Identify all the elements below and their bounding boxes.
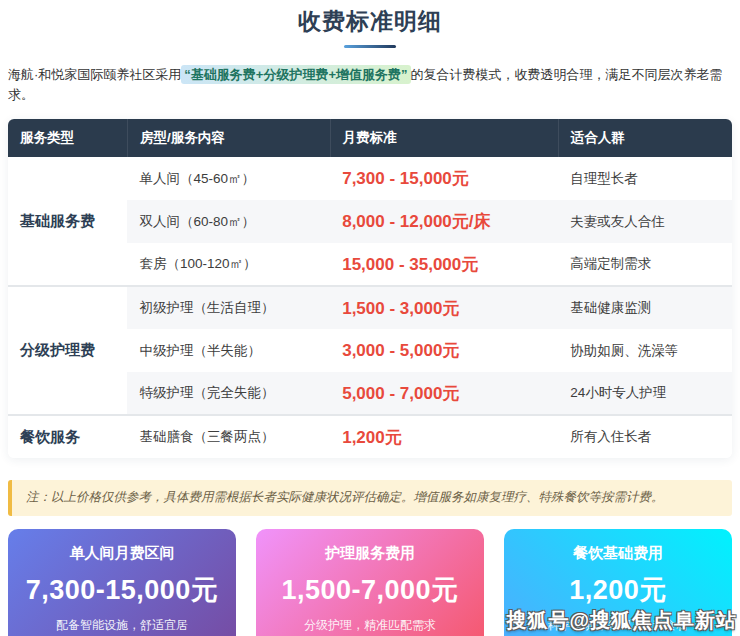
intro-text-prefix: 海航·和悦家国际颐养社区采用 <box>8 67 181 82</box>
audience-cell: 夫妻或友人合住 <box>558 200 732 243</box>
card-value: 1,200元 <box>512 572 724 608</box>
column-header: 服务类型 <box>8 119 127 157</box>
audience-cell: 高端定制需求 <box>558 243 732 286</box>
summary-card: 单人间月费区间7,300-15,000元配备智能设施，舒适宜居 <box>8 529 236 636</box>
audience-cell: 基础健康监测 <box>558 286 732 329</box>
service-type-cell: 餐饮服务 <box>8 415 127 458</box>
column-header: 月费标准 <box>330 119 558 157</box>
service-type-cell: 基础服务费 <box>8 157 127 286</box>
monthly-fee-cell: 3,000 - 5,000元 <box>330 329 558 372</box>
card-title: 单人间月费区间 <box>16 544 228 563</box>
summary-card: 餐饮基础费用1,200元科学营养，每日25+种食材 <box>504 529 732 636</box>
room-content-cell: 中级护理（半失能） <box>127 329 330 372</box>
fee-table: 服务类型房型/服务内容月费标准适合人群 基础服务费单人间（45-60㎡）7,30… <box>8 119 732 458</box>
monthly-fee-cell: 1,200元 <box>330 415 558 458</box>
disclaimer-note: 注：以上价格仅供参考，具体费用需根据长者实际健康状况评估确定。增值服务如康复理疗… <box>8 480 732 516</box>
intro-text-highlight: “基础服务费+分级护理费+增值服务费” <box>181 65 410 84</box>
table-row: 基础服务费单人间（45-60㎡）7,300 - 15,000元自理型长者 <box>8 157 732 200</box>
monthly-fee-cell: 8,000 - 12,000元/床 <box>330 200 558 243</box>
room-content-cell: 套房（100-120㎡） <box>127 243 330 286</box>
card-value: 7,300-15,000元 <box>16 572 228 608</box>
column-header: 适合人群 <box>558 119 732 157</box>
page-title: 收费标准明细 <box>8 6 732 37</box>
room-content-cell: 双人间（60-80㎡） <box>127 200 330 243</box>
room-content-cell: 初级护理（生活自理） <box>127 286 330 329</box>
table-header-row: 服务类型房型/服务内容月费标准适合人群 <box>8 119 732 157</box>
audience-cell: 协助如厕、洗澡等 <box>558 329 732 372</box>
card-title: 护理服务费用 <box>264 544 476 563</box>
table-row: 分级护理费初级护理（生活自理）1,500 - 3,000元基础健康监测 <box>8 286 732 329</box>
room-content-cell: 单人间（45-60㎡） <box>127 157 330 200</box>
room-content-cell: 特级护理（完全失能） <box>127 372 330 415</box>
card-title: 餐饮基础费用 <box>512 544 724 563</box>
audience-cell: 所有入住长者 <box>558 415 732 458</box>
card-value: 1,500-7,000元 <box>264 572 476 608</box>
monthly-fee-cell: 7,300 - 15,000元 <box>330 157 558 200</box>
service-type-cell: 分级护理费 <box>8 286 127 415</box>
table-body: 基础服务费单人间（45-60㎡）7,300 - 15,000元自理型长者双人间（… <box>8 157 732 458</box>
room-content-cell: 基础膳食（三餐两点） <box>127 415 330 458</box>
column-header: 房型/服务内容 <box>127 119 330 157</box>
monthly-fee-cell: 5,000 - 7,000元 <box>330 372 558 415</box>
summary-card: 护理服务费用1,500-7,000元分级护理，精准匹配需求 <box>256 529 484 636</box>
card-description: 分级护理，精准匹配需求 <box>264 617 476 634</box>
table-row: 餐饮服务基础膳食（三餐两点）1,200元所有入住长者 <box>8 415 732 458</box>
card-description: 配备智能设施，舒适宜居 <box>16 617 228 634</box>
audience-cell: 24小时专人护理 <box>558 372 732 415</box>
monthly-fee-cell: 15,000 - 35,000元 <box>330 243 558 286</box>
title-underline-decoration <box>344 45 396 48</box>
intro-text: 海航·和悦家国际颐养社区采用“基础服务费+分级护理费+增值服务费”的复合计费模式… <box>8 65 732 104</box>
audience-cell: 自理型长者 <box>558 157 732 200</box>
card-description: 科学营养，每日25+种食材 <box>512 617 724 634</box>
monthly-fee-cell: 1,500 - 3,000元 <box>330 286 558 329</box>
summary-cards: 单人间月费区间7,300-15,000元配备智能设施，舒适宜居护理服务费用1,5… <box>8 529 732 636</box>
